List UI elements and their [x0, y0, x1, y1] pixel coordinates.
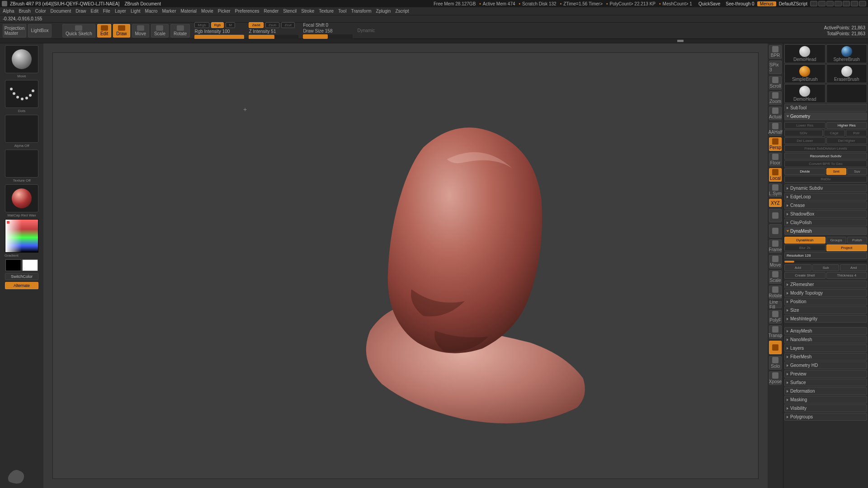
rgb-intensity-slider[interactable] — [194, 35, 244, 39]
menu-color[interactable]: Color — [35, 9, 46, 14]
actual-button[interactable]: Actual — [769, 107, 782, 120]
aahalf-button[interactable]: AAHalf — [769, 122, 782, 136]
menu-material[interactable]: Material — [181, 9, 197, 14]
add-button[interactable]: Add — [784, 264, 811, 271]
sub-button[interactable]: Sub — [812, 264, 840, 271]
section-modify-topology[interactable]: Modify Topology — [784, 289, 867, 297]
dynamesh-button[interactable]: DynaMesh — [784, 237, 826, 244]
win-btn-2[interactable] — [818, 1, 826, 6]
brush-thumbnail[interactable] — [5, 45, 38, 73]
and-button[interactable]: And — [840, 264, 867, 271]
menu-stroke[interactable]: Stroke — [301, 9, 314, 14]
swatch-white[interactable] — [22, 259, 38, 271]
create-shell-button[interactable]: Create Shell — [784, 272, 826, 279]
section-visibility[interactable]: Visibility — [784, 404, 867, 412]
move-nav-button[interactable]: Move — [769, 255, 782, 268]
alpha-thumbnail[interactable] — [5, 115, 38, 143]
menu-macro[interactable]: Macro — [145, 9, 158, 14]
edit-button[interactable]: Edit — [97, 24, 111, 38]
smt-button[interactable]: Smt — [826, 168, 846, 175]
persp-button[interactable]: Persp — [769, 137, 782, 151]
defaultzscript-button[interactable]: DefaultZScript — [776, 1, 810, 6]
section-size[interactable]: Size — [784, 306, 867, 314]
seethrough-slider[interactable]: See-through 0 — [723, 1, 757, 6]
section-geometry[interactable]: Geometry — [784, 113, 867, 120]
higher-res-button[interactable]: Higher Res — [826, 122, 868, 129]
divide-button[interactable]: Divide — [784, 168, 826, 175]
zoom-button[interactable]: Zoom — [769, 91, 782, 105]
section-claypolish[interactable]: ClayPolish — [784, 219, 867, 226]
menu-stencil[interactable]: Stencil — [283, 9, 297, 14]
cage-button[interactable]: Cage — [824, 130, 845, 136]
tool-thumb-empty[interactable] — [826, 84, 868, 103]
blur-slider[interactable]: Blur 2k — [784, 244, 826, 251]
floor-button[interactable]: Floor — [769, 153, 782, 166]
transp-button[interactable]: Transp — [769, 325, 782, 339]
section-mesh-integrity[interactable]: MeshIntegrity — [784, 315, 867, 323]
win-close[interactable] — [859, 1, 866, 6]
section-surface[interactable]: Surface — [784, 379, 867, 386]
section-subtool[interactable]: SubTool — [784, 104, 867, 112]
menu-document[interactable]: Document — [51, 9, 71, 14]
mrgb-button[interactable]: Mrgb — [194, 22, 209, 28]
quicksketch-button[interactable]: Quick Sketch — [62, 24, 95, 38]
freeze-button[interactable]: Freeze SubDivision Levels — [784, 145, 867, 152]
menu-draw[interactable]: Draw — [75, 9, 86, 14]
texture-thumbnail[interactable] — [5, 150, 38, 178]
cam-button-1[interactable] — [769, 209, 782, 222]
xyz-button[interactable]: XYZ — [769, 199, 782, 207]
del-lower-button[interactable]: Del Lower — [784, 137, 826, 144]
project-button[interactable]: Project — [826, 244, 868, 251]
rotate-button[interactable]: Rotate — [170, 24, 190, 38]
menu-marker[interactable]: Marker — [162, 9, 176, 14]
menu-texture[interactable]: Texture — [319, 9, 334, 14]
reconstruct-button[interactable]: Reconstruct Subdiv — [784, 153, 867, 160]
menu-alpha[interactable]: Alpha — [3, 9, 14, 14]
win-max[interactable] — [851, 1, 858, 6]
groups-button[interactable]: Groups — [826, 237, 846, 244]
viewport[interactable]: + — [52, 52, 759, 479]
tool-thumb-simplebrush[interactable]: SimpleBrush — [784, 64, 826, 83]
local-button[interactable]: Local — [769, 168, 782, 182]
suv-button[interactable]: Suv — [847, 168, 867, 175]
menu-brush[interactable]: Brush — [19, 9, 31, 14]
history-strip[interactable] — [0, 39, 868, 43]
win-min[interactable] — [843, 1, 850, 6]
stroke-thumbnail[interactable] — [5, 80, 38, 108]
bpr-button[interactable]: BPR — [769, 45, 782, 59]
resolution-slider[interactable]: Resolution 128 — [784, 252, 867, 259]
lightbox-button[interactable]: LightBox — [28, 24, 52, 38]
switchcolor-button[interactable]: SwitchColor — [5, 273, 38, 280]
swatch-black[interactable] — [5, 259, 21, 271]
alternate-button[interactable]: Alternate — [5, 282, 38, 289]
menu-light[interactable]: Light — [131, 9, 141, 14]
move-button[interactable]: Move — [132, 24, 149, 38]
draw-size-slider[interactable] — [303, 34, 353, 39]
section-geometry-hd[interactable]: Geometry HD — [784, 361, 867, 369]
projection-master-button[interactable]: Projection Master — [3, 24, 26, 38]
section-crease[interactable]: Crease — [784, 202, 867, 209]
polish-button[interactable]: Polish — [847, 237, 867, 244]
tool-thumb-eraserbrush[interactable]: EraserBrush — [826, 64, 868, 83]
rstr-button[interactable]: Rstr — [846, 130, 867, 136]
win-btn-1[interactable] — [810, 1, 817, 6]
section-layers[interactable]: Layers — [784, 344, 867, 352]
frame-button[interactable]: Frame — [769, 239, 782, 253]
win-btn-4[interactable] — [835, 1, 842, 6]
ghost-button[interactable] — [769, 341, 782, 354]
thickness-slider[interactable]: Thickness 4 — [826, 272, 868, 279]
solo-button[interactable]: Solo — [769, 356, 782, 370]
scale-nav-button[interactable]: Scale — [769, 270, 782, 284]
menu-render[interactable]: Render — [264, 9, 279, 14]
section-deformation[interactable]: Deformation — [784, 387, 867, 395]
zadd-button[interactable]: Zadd — [249, 22, 263, 28]
win-btn-3[interactable] — [826, 1, 834, 6]
linefill-button[interactable]: Line Fill — [769, 301, 782, 308]
spix-button[interactable]: SPix 3 — [769, 61, 782, 74]
section-position[interactable]: Position — [784, 298, 867, 305]
tool-thumb-demohead[interactable]: DemoHead — [784, 44, 826, 63]
menu-file[interactable]: File — [103, 9, 110, 14]
menu-picker[interactable]: Picker — [218, 9, 231, 14]
cam-button-2[interactable] — [769, 224, 782, 238]
draw-button[interactable]: Draw — [113, 24, 130, 38]
